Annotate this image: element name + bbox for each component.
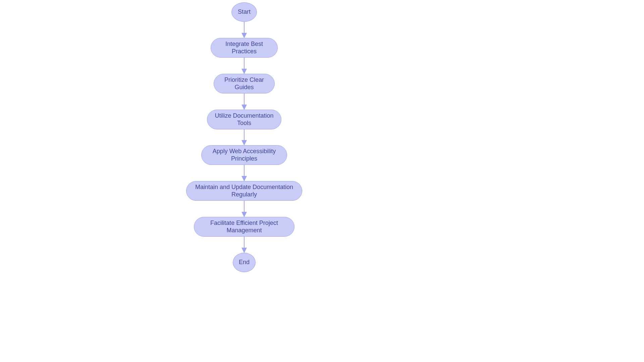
node-end-label: End (239, 259, 250, 266)
node-accessibility-label: Apply Web Accessibility Principles (209, 148, 279, 162)
flowchart-canvas: Start Integrate Best Practices Prioritiz… (0, 0, 644, 362)
node-prioritize-clear-guides[interactable]: Prioritize Clear Guides (214, 74, 275, 94)
node-integrate-label: Integrate Best Practices (218, 41, 270, 55)
node-utilize-label: Utilize Documentation Tools (215, 112, 274, 127)
node-facilitate-label: Facilitate Efficient Project Management (202, 220, 287, 234)
arrows-layer (0, 0, 644, 362)
node-maintain-label: Maintain and Update Documentation Regula… (194, 184, 294, 198)
node-maintain-update-documentation[interactable]: Maintain and Update Documentation Regula… (186, 181, 302, 201)
node-integrate-best-practices[interactable]: Integrate Best Practices (211, 38, 278, 58)
node-prioritize-label: Prioritize Clear Guides (221, 76, 267, 91)
node-utilize-documentation-tools[interactable]: Utilize Documentation Tools (207, 110, 281, 129)
node-facilitate-project-management[interactable]: Facilitate Efficient Project Management (194, 217, 294, 237)
node-apply-web-accessibility[interactable]: Apply Web Accessibility Principles (201, 145, 287, 165)
node-start[interactable]: Start (231, 2, 257, 22)
node-end[interactable]: End (233, 253, 256, 272)
node-start-label: Start (238, 8, 251, 16)
